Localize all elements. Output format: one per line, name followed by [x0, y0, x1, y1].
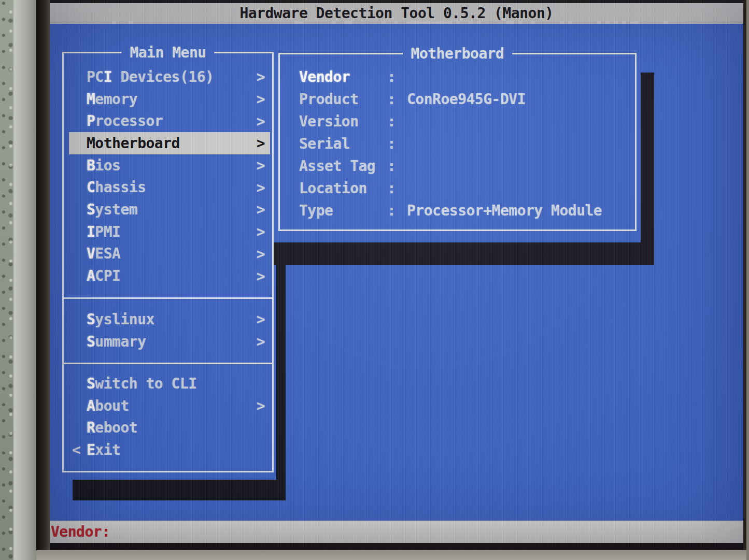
hotkey-letter: A	[87, 397, 95, 414]
submenu-arrow-icon: >	[257, 179, 265, 196]
field-colon: :	[387, 135, 402, 152]
field-value: ConRoe945G-DVI	[407, 91, 526, 108]
field-version: Version:	[299, 110, 632, 133]
menu-item-label: PCI Devices(16)	[87, 68, 214, 85]
submenu-arrow-icon: >	[257, 245, 265, 262]
field-label: Product	[299, 91, 387, 108]
menu-item-label: IPMI	[87, 223, 120, 240]
menu-title: Main Menu	[121, 44, 214, 61]
submenu-arrow-icon: >	[257, 157, 265, 174]
menu-item-pci-devices[interactable]: PCI Devices(16) >	[69, 66, 270, 88]
menu-item-about[interactable]: About >	[69, 395, 270, 417]
field-label: Location	[299, 180, 387, 197]
status-text: Vendor:	[51, 523, 110, 540]
hotkey-letter: M	[87, 135, 95, 152]
menu-item-label: Summary	[87, 333, 146, 350]
submenu-arrow-icon: >	[257, 397, 265, 414]
field-colon: :	[387, 180, 402, 197]
submenu-arrow-icon: >	[257, 112, 265, 130]
hotkey-letter: R	[87, 419, 95, 436]
field-label: Type	[299, 202, 387, 219]
menu-section-actions: Switch to CLI About > Reboot < Exit	[69, 372, 270, 461]
menu-item-label: ACPI	[87, 267, 120, 284]
status-bar: Vendor:	[50, 521, 743, 543]
menu-item-memory[interactable]: Memory >	[69, 88, 270, 110]
field-value: Processor+Memory Module	[407, 202, 602, 219]
field-label: Serial	[299, 135, 387, 152]
screen-bottom-edge	[50, 543, 743, 550]
monitor-bezel-bottom	[36, 550, 746, 560]
submenu-arrow-icon: >	[257, 267, 265, 284]
menu-item-label: Bios	[87, 157, 120, 174]
menu-shadow	[73, 480, 284, 500]
panel-shadow	[273, 242, 654, 265]
menu-item-label: Reboot	[87, 419, 137, 436]
menu-separator	[64, 363, 272, 364]
panel-shadow	[641, 73, 654, 265]
window-title-bar: Hardware Detection Tool 0.5.2 (Manon)	[50, 3, 743, 24]
menu-shadow	[276, 265, 286, 500]
menu-item-chassis[interactable]: Chassis >	[69, 176, 270, 198]
hotkey-letter: S	[87, 333, 95, 350]
menu-item-acpi[interactable]: ACPI >	[69, 265, 270, 287]
menu-separator	[64, 297, 272, 299]
menu-section-syslinux: Syslinux > Summary >	[69, 308, 270, 352]
panel-title: Motherboard	[403, 45, 513, 62]
submenu-arrow-icon: >	[257, 91, 265, 108]
hotkey-letter: I	[104, 68, 112, 85]
monitor-bezel-edge	[13, 0, 36, 560]
menu-item-label: Switch to CLI	[87, 375, 197, 392]
menu-item-switch-to-cli[interactable]: Switch to CLI	[69, 372, 270, 395]
menu-item-reboot[interactable]: Reboot	[69, 417, 270, 439]
field-label: Asset Tag	[299, 157, 387, 175]
field-vendor: Vendor:	[299, 66, 632, 88]
crt-screen: Hardware Detection Tool 0.5.2 (Manon) Ma…	[50, 0, 743, 550]
monitor-bezel-inner	[36, 0, 50, 560]
panel-rows: Vendor: Product:ConRoe945G-DVI Version: …	[299, 66, 632, 222]
menu-item-vesa[interactable]: VESA >	[69, 243, 270, 265]
menu-item-ipmi[interactable]: IPMI >	[69, 221, 270, 243]
menu-item-label: Motherboard	[87, 135, 180, 152]
field-label: Version	[299, 113, 387, 130]
menu-item-summary[interactable]: Summary >	[69, 331, 270, 353]
hotkey-letter: P	[87, 112, 95, 130]
submenu-arrow-icon: >	[257, 68, 265, 85]
menu-section-hardware: PCI Devices(16) > Memory > Processor > M…	[69, 66, 270, 287]
hotkey-letter: C	[87, 179, 95, 196]
menu-item-system[interactable]: System >	[69, 198, 270, 221]
menu-item-label: About	[87, 397, 129, 414]
field-product: Product:ConRoe945G-DVI	[299, 88, 632, 110]
submenu-arrow-icon: >	[257, 333, 265, 350]
menu-item-bios[interactable]: Bios >	[69, 154, 270, 177]
hotkey-letter: S	[87, 375, 95, 392]
hotkey-letter: B	[87, 157, 95, 174]
field-asset-tag: Asset Tag:	[299, 155, 632, 177]
monitor-bezel-right	[746, 0, 749, 560]
submenu-arrow-icon: >	[257, 201, 265, 218]
menu-item-label: Syslinux	[87, 311, 154, 328]
submenu-arrow-icon: >	[257, 311, 265, 328]
monitor-bezel: Hardware Detection Tool 0.5.2 (Manon) Ma…	[13, 0, 749, 560]
hotkey-letter: S	[87, 311, 95, 328]
field-colon: :	[387, 91, 402, 108]
menu-item-label: Exit	[87, 441, 120, 458]
menu-item-motherboard[interactable]: Motherboard >	[69, 132, 270, 154]
menu-item-label: VESA	[87, 245, 120, 262]
field-type: Type:Processor+Memory Module	[299, 199, 632, 222]
field-location: Location:	[299, 177, 632, 199]
main-menu-box: Main Menu PCI Devices(16) > Memory > Pro…	[62, 52, 274, 472]
window-title: Hardware Detection Tool 0.5.2 (Manon)	[239, 5, 553, 22]
hotkey-letter: E	[87, 441, 95, 458]
field-serial: Serial:	[299, 133, 632, 155]
menu-item-syslinux[interactable]: Syslinux >	[69, 308, 270, 331]
hotkey-letter: M	[87, 91, 95, 108]
menu-item-label: Memory	[87, 91, 137, 108]
menu-item-exit[interactable]: < Exit	[69, 439, 270, 461]
field-colon: :	[387, 157, 402, 175]
hotkey-letter: I	[87, 223, 95, 240]
field-colon: :	[387, 68, 402, 85]
menu-item-processor[interactable]: Processor >	[69, 110, 270, 132]
field-colon: :	[387, 202, 402, 219]
menu-item-label: Chassis	[87, 179, 146, 196]
menu-item-label: Processor	[87, 112, 163, 130]
